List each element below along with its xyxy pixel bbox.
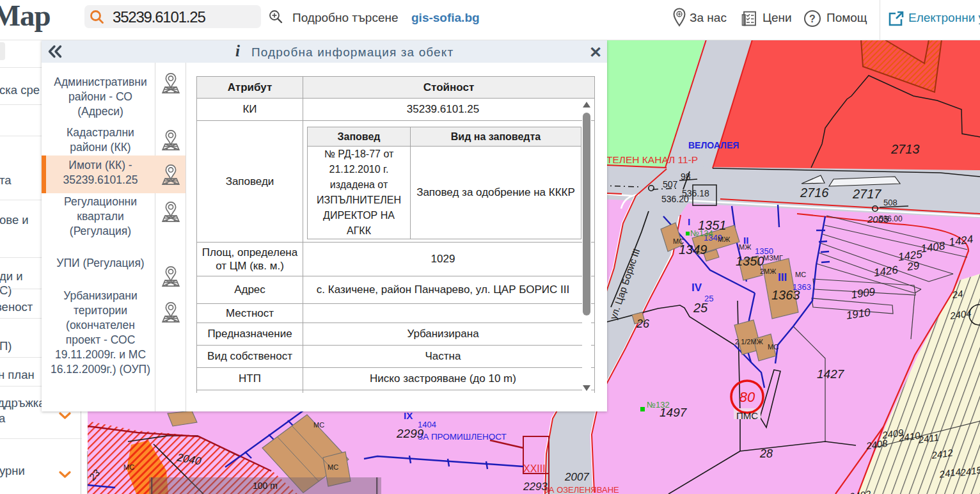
svg-text:№134: №134 bbox=[690, 228, 713, 238]
svg-text:2 1/2МЖ: 2 1/2МЖ bbox=[735, 338, 763, 346]
svg-text:80: 80 bbox=[739, 389, 755, 405]
svg-text:26: 26 bbox=[636, 317, 650, 330]
svg-text:ЗА ПРОМИШЛЕНОСТ: ЗА ПРОМИШЛЕНОСТ bbox=[418, 432, 507, 442]
svg-text:29: 29 bbox=[906, 259, 921, 273]
svg-text:№132: №132 bbox=[647, 400, 670, 410]
svg-text:2716: 2716 bbox=[800, 186, 829, 200]
svg-text:III: III bbox=[778, 271, 787, 283]
svg-text:100 m: 100 m bbox=[253, 481, 278, 491]
svg-text:ПМС: ПМС bbox=[736, 410, 758, 421]
svg-text:МЗМГ: МЗМГ bbox=[763, 254, 783, 262]
svg-text:2МЖ: 2МЖ bbox=[760, 267, 776, 275]
svg-text:МС: МС bbox=[328, 463, 338, 471]
svg-text:МС: МС bbox=[123, 463, 134, 471]
svg-text:2007: 2007 bbox=[564, 471, 589, 483]
svg-text:ТЕЛЕН КАНАЛ 11-Р: ТЕЛЕН КАНАЛ 11-Р bbox=[606, 154, 698, 165]
svg-text:2713: 2713 bbox=[890, 142, 920, 156]
svg-text:IX: IX bbox=[404, 410, 413, 421]
svg-text:28: 28 bbox=[759, 447, 773, 460]
svg-text:МЖ: МЖ bbox=[718, 235, 730, 243]
svg-text:МС: МС bbox=[768, 343, 778, 351]
svg-text:1404: 1404 bbox=[418, 420, 436, 429]
svg-text:1363: 1363 bbox=[793, 282, 811, 292]
svg-text:МС: МС bbox=[673, 237, 684, 245]
svg-text:IV: IV bbox=[692, 282, 702, 294]
svg-text:XXIII: XXIII bbox=[523, 463, 546, 474]
svg-text:1350: 1350 bbox=[736, 254, 764, 268]
svg-text:536.00: 536.00 bbox=[879, 214, 903, 223]
svg-text:1427: 1427 bbox=[817, 367, 845, 381]
svg-text:2717: 2717 bbox=[852, 187, 881, 201]
svg-text:507: 507 bbox=[663, 179, 678, 189]
svg-text:ВЕЛОАЛЕЯ: ВЕЛОАЛЕЯ bbox=[688, 140, 739, 150]
svg-text:508: 508 bbox=[883, 198, 897, 207]
svg-text:МС: МС bbox=[795, 271, 806, 278]
svg-text:536.20: 536.20 bbox=[661, 194, 689, 204]
svg-text:25: 25 bbox=[704, 294, 713, 303]
svg-text:МЖ: МЖ bbox=[739, 243, 751, 251]
svg-text:?: ? bbox=[809, 13, 816, 24]
svg-text:I: I bbox=[688, 216, 690, 227]
svg-text:ЗА ОЗЕЛЕНЯВАНЕ: ЗА ОЗЕЛЕНЯВАНЕ bbox=[544, 485, 619, 494]
svg-text:МС: МС bbox=[313, 421, 324, 429]
svg-text:98: 98 bbox=[681, 171, 691, 182]
svg-text:24: 24 bbox=[951, 288, 964, 300]
